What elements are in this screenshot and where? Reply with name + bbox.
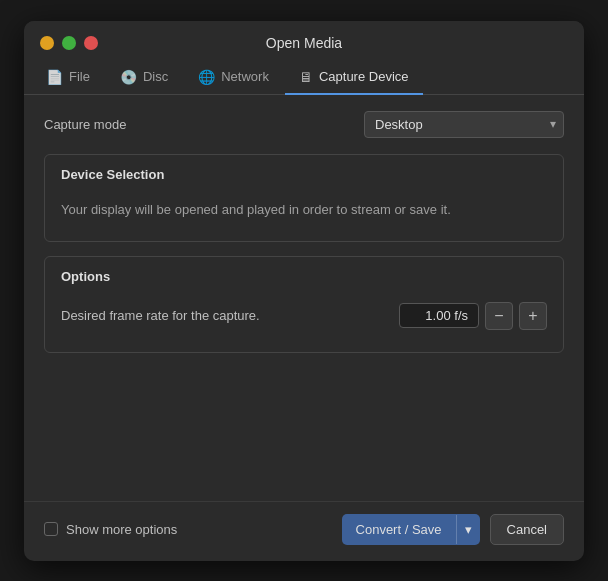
options-section: Options Desired frame rate for the captu… xyxy=(44,256,564,353)
capture-mode-select-wrapper: Desktop DirectShow TV - digital TV - ana… xyxy=(364,111,564,138)
cancel-button[interactable]: Cancel xyxy=(490,514,564,545)
tab-file[interactable]: 📄 File xyxy=(32,61,104,95)
tab-disc[interactable]: 💿 Disc xyxy=(106,61,182,95)
tab-network-label: Network xyxy=(221,69,269,84)
convert-save-dropdown-icon[interactable]: ▾ xyxy=(456,515,480,544)
convert-save-label: Convert / Save xyxy=(342,515,456,544)
window-controls xyxy=(40,36,98,50)
device-selection-info: Your display will be opened and played i… xyxy=(61,194,547,225)
show-more-label: Show more options xyxy=(66,522,177,537)
tab-capture[interactable]: 🖥 Capture Device xyxy=(285,61,423,95)
capture-icon: 🖥 xyxy=(299,69,313,85)
tab-bar: 📄 File 💿 Disc 🌐 Network 🖥 Capture Device xyxy=(24,61,584,95)
framerate-decrement-button[interactable]: − xyxy=(485,302,513,330)
maximize-button[interactable] xyxy=(62,36,76,50)
minimize-button[interactable] xyxy=(40,36,54,50)
dialog-title: Open Media xyxy=(266,35,342,51)
title-bar: Open Media xyxy=(24,21,584,61)
device-selection-section: Device Selection Your display will be op… xyxy=(44,154,564,242)
framerate-value: 1.00 f/s xyxy=(399,303,479,328)
disc-icon: 💿 xyxy=(120,69,137,85)
close-button[interactable] xyxy=(84,36,98,50)
file-icon: 📄 xyxy=(46,69,63,85)
show-more-checkbox[interactable] xyxy=(44,522,58,536)
framerate-control: 1.00 f/s − + xyxy=(399,302,547,330)
options-title: Options xyxy=(61,269,547,284)
convert-save-button[interactable]: Convert / Save ▾ xyxy=(342,514,480,545)
footer: Show more options Convert / Save ▾ Cance… xyxy=(24,501,584,561)
device-selection-title: Device Selection xyxy=(61,167,547,182)
footer-buttons: Convert / Save ▾ Cancel xyxy=(342,514,564,545)
content-area: Capture mode Desktop DirectShow TV - dig… xyxy=(24,95,584,501)
tab-disc-label: Disc xyxy=(143,69,168,84)
framerate-label: Desired frame rate for the capture. xyxy=(61,308,260,323)
capture-mode-row: Capture mode Desktop DirectShow TV - dig… xyxy=(44,111,564,138)
open-media-dialog: Open Media 📄 File 💿 Disc 🌐 Network 🖥 Cap… xyxy=(24,21,584,561)
capture-mode-label: Capture mode xyxy=(44,117,126,132)
framerate-increment-button[interactable]: + xyxy=(519,302,547,330)
tab-network[interactable]: 🌐 Network xyxy=(184,61,283,95)
tab-capture-label: Capture Device xyxy=(319,69,409,84)
show-more-option[interactable]: Show more options xyxy=(44,522,177,537)
framerate-row: Desired frame rate for the capture. 1.00… xyxy=(61,296,547,336)
capture-mode-select[interactable]: Desktop DirectShow TV - digital TV - ana… xyxy=(364,111,564,138)
network-icon: 🌐 xyxy=(198,69,215,85)
tab-file-label: File xyxy=(69,69,90,84)
